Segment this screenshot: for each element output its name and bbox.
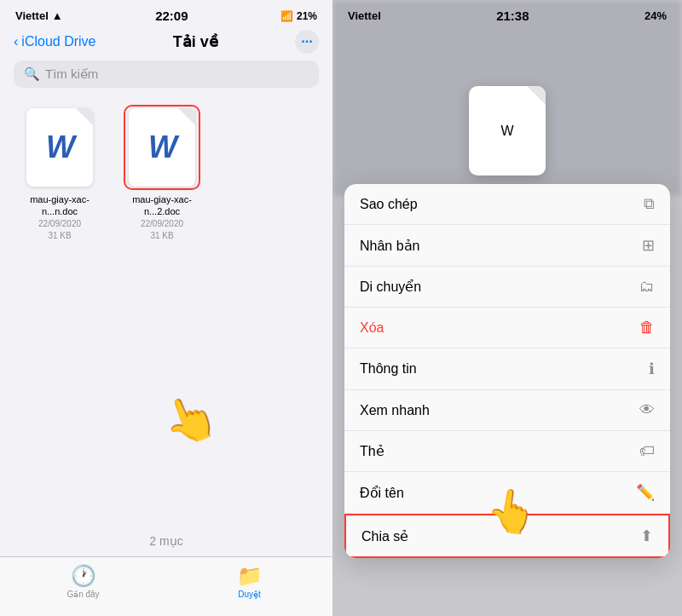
carrier-right: Viettel — [348, 9, 381, 22]
info-icon: ℹ — [649, 360, 655, 378]
search-bar[interactable]: 🔍 Tìm kiếm — [14, 60, 319, 88]
menu-label-xemnhanh: Xem nhanh — [360, 403, 430, 418]
right-file-preview: W — [332, 86, 682, 176]
menu-label-xoa: Xóa — [360, 320, 384, 336]
menu-item-the[interactable]: Thẻ 🏷 — [344, 431, 670, 472]
back-chevron-icon: ‹ — [14, 34, 18, 49]
left-nav-bar: ‹ iCloud Drive Tải về ··· — [0, 26, 332, 60]
menu-item-xemnhanh[interactable]: Xem nhanh 👁 — [344, 390, 670, 431]
trash-icon: 🗑 — [639, 319, 655, 337]
menu-item-dichuyen[interactable]: Di chuyển 🗂 — [344, 267, 670, 308]
tab-bar-left: 🕐 Gần đây 📁 Duyệt — [0, 556, 332, 616]
file-name-2: mau-giay-xac-n...2.doc — [119, 193, 205, 218]
menu-item-thongtin[interactable]: Thông tin ℹ — [344, 348, 670, 390]
right-word-icon: W — [500, 124, 513, 139]
left-status-left: Viettel ▲ — [15, 9, 63, 22]
tab-browse[interactable]: 📁 Duyệt — [166, 564, 332, 599]
search-input[interactable]: Tìm kiếm — [45, 66, 98, 82]
tab-recent-label: Gần đây — [66, 590, 99, 599]
browse-icon: 📁 — [237, 564, 263, 588]
back-button[interactable]: ‹ iCloud Drive — [14, 34, 95, 49]
right-file-icon: W — [469, 86, 546, 176]
file-item-1[interactable]: W mau-giay-xac-n...n.doc 22/09/2020 31 K… — [17, 105, 102, 242]
menu-label-the: Thẻ — [360, 443, 384, 459]
left-status-right: 📶 21% — [280, 10, 317, 22]
duplicate-icon: ⊞ — [642, 236, 655, 255]
context-menu: Sao chép ⧉ Nhân bản ⊞ Di chuyển 🗂 Xóa 🗑 … — [344, 184, 670, 558]
right-phone: Viettel 21:38 24% W Sao chép ⧉ Nhân bản … — [332, 0, 682, 616]
signal-left: ▲ — [52, 9, 63, 22]
menu-item-doiten[interactable]: Đổi tên ✏️ — [344, 472, 670, 514]
file-size-2: 31 KB — [150, 230, 173, 242]
tab-recent[interactable]: 🕐 Gần đây — [0, 564, 166, 599]
battery-right: 24% — [644, 9, 667, 22]
menu-label-saochep: Sao chép — [360, 197, 418, 212]
file-grid: W mau-giay-xac-n...n.doc 22/09/2020 31 K… — [0, 98, 332, 249]
tab-browse-label: Duyệt — [238, 590, 261, 599]
left-phone: Viettel ▲ 22:09 📶 21% ‹ iCloud Drive Tải… — [0, 0, 332, 616]
battery-left: 21% — [297, 10, 317, 22]
copy-icon: ⧉ — [644, 195, 655, 213]
tag-icon: 🏷 — [639, 442, 655, 460]
more-icon: ··· — [301, 34, 312, 49]
file-date-1: 22/09/2020 — [38, 218, 81, 230]
more-button[interactable]: ··· — [295, 30, 319, 54]
recent-icon: 🕐 — [71, 564, 96, 588]
file-icon-2: W — [129, 108, 195, 187]
file-size-1: 31 KB — [48, 230, 71, 242]
menu-item-chiase[interactable]: Chia sẻ ⬆ — [344, 514, 670, 558]
menu-item-saochep[interactable]: Sao chép ⧉ — [344, 184, 670, 225]
folder-icon: 🗂 — [639, 278, 655, 296]
pencil-icon: ✏️ — [636, 483, 655, 502]
search-icon: 🔍 — [24, 66, 40, 82]
wifi-left: 📶 — [280, 10, 293, 22]
file-icon-wrap-1: W — [21, 105, 98, 190]
time-right: 21:38 — [496, 9, 529, 23]
menu-label-doiten: Đổi tên — [360, 485, 404, 501]
word-icon-2: W — [148, 130, 176, 165]
hand-cursor-left: 👆 — [155, 386, 225, 454]
back-label: iCloud Drive — [21, 34, 95, 49]
eye-icon: 👁 — [639, 401, 655, 419]
menu-item-nhanban[interactable]: Nhân bản ⊞ — [344, 225, 670, 267]
menu-label-chiase: Chia sẻ — [361, 528, 408, 544]
menu-label-dichuyen: Di chuyển — [360, 279, 421, 295]
left-status-bar: Viettel ▲ 22:09 📶 21% — [0, 0, 332, 26]
word-icon-1: W — [46, 130, 73, 165]
right-status-bar: Viettel 21:38 24% — [332, 0, 682, 26]
file-date-2: 22/09/2020 — [141, 218, 183, 230]
time-left: 22:09 — [155, 9, 188, 23]
carrier-left: Viettel — [15, 9, 49, 22]
menu-label-nhanban: Nhân bản — [360, 238, 420, 254]
share-icon: ⬆ — [640, 527, 653, 545]
file-icon-wrap-2: W — [124, 105, 200, 190]
menu-label-thongtin: Thông tin — [360, 361, 417, 377]
file-name-1: mau-giay-xac-n...n.doc — [17, 193, 102, 218]
item-count: 2 mục — [0, 534, 332, 548]
file-icon-1: W — [26, 108, 93, 187]
menu-item-xoa[interactable]: Xóa 🗑 — [344, 308, 670, 348]
nav-title: Tải về — [173, 32, 218, 51]
file-item-2[interactable]: W mau-giay-xac-n...2.doc 22/09/2020 31 K… — [119, 105, 205, 242]
